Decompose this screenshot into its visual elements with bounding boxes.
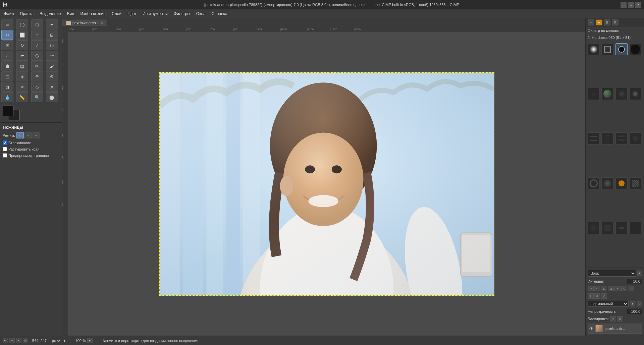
tool-align[interactable]: ⊞ <box>46 30 58 40</box>
menu-image[interactable]: Изображение <box>77 11 108 17</box>
tool-warp[interactable]: 〜 <box>46 51 58 61</box>
brush-9[interactable] <box>588 132 600 145</box>
canvas-area[interactable]: pexels-andrea... ✕ |100 |200 |300 |400 |… <box>62 18 585 336</box>
preview-label[interactable]: Предпросмотр границы <box>8 154 49 158</box>
brush-6[interactable] <box>601 88 613 100</box>
tool-blend[interactable]: ▤ <box>16 61 28 71</box>
tool-measure[interactable]: 📏 <box>16 92 28 102</box>
brush-17[interactable] <box>588 222 600 234</box>
btn-copy[interactable]: ⊞ <box>601 286 607 291</box>
maximize-button[interactable]: □ <box>628 2 634 8</box>
canvas-container[interactable]: |100 |200 |300 |400 |500 |600 |700 |800 … <box>62 26 585 336</box>
menu-help[interactable]: Справка <box>209 11 230 17</box>
btn-undo[interactable]: ↩ <box>588 286 594 291</box>
tool-move[interactable]: ✛ <box>31 30 43 40</box>
tool-flip[interactable]: ⇌ <box>16 51 28 61</box>
layer-mode-extra[interactable]: ▽ <box>637 301 642 306</box>
mode-subtract[interactable]: − <box>33 132 40 138</box>
unit-select[interactable]: px <box>51 338 61 343</box>
menu-file[interactable]: Файл <box>1 11 17 17</box>
lock-draw[interactable]: ⊞ <box>617 316 623 322</box>
brush-1[interactable] <box>588 43 600 55</box>
tool-cage[interactable]: ⬠ <box>31 51 43 61</box>
menu-view[interactable]: Вид <box>64 11 77 17</box>
btn-arrow[interactable]: → <box>628 286 634 291</box>
menu-windows[interactable]: Окна <box>194 11 208 17</box>
brush-11[interactable] <box>615 132 628 145</box>
brush-19[interactable] <box>615 222 628 234</box>
minimize-button[interactable]: – <box>621 2 627 8</box>
close-button[interactable]: ✕ <box>635 2 641 8</box>
brush-5[interactable]: ★ <box>588 88 600 100</box>
tool-bucket[interactable]: ⬟ <box>1 61 13 71</box>
brush-8[interactable] <box>629 88 641 100</box>
canvas-tab-main[interactable]: pexels-andrea... ✕ <box>62 19 107 26</box>
brush-dropdown[interactable]: ▼ <box>637 271 642 276</box>
mode-add[interactable]: + <box>24 132 32 138</box>
tool-fg-select[interactable]: ⬜ <box>16 30 28 40</box>
image-canvas[interactable] <box>159 72 494 296</box>
lock-alpha[interactable]: ✎ <box>610 316 616 322</box>
status-undo[interactable]: ↩ <box>3 338 8 343</box>
status-ok[interactable]: ↺ <box>23 338 28 343</box>
brush-10[interactable]: ············ <box>601 132 613 145</box>
brush-18[interactable] <box>601 222 613 234</box>
tool-perspective[interactable]: ⬦ <box>1 51 13 61</box>
smoothing-label[interactable]: Сглаживание <box>8 141 31 145</box>
tool-sharpen[interactable]: ◇ <box>31 82 43 92</box>
brush-3[interactable] <box>615 43 628 55</box>
tool-paintbrush[interactable]: 🖌 <box>46 61 58 71</box>
tool-ellipse-select[interactable]: ◯ <box>16 19 28 30</box>
tool-free-select[interactable]: ⬡ <box>31 19 43 30</box>
brush-4[interactable] <box>629 43 641 55</box>
menu-color[interactable]: Цвет <box>125 11 139 17</box>
layer-mode-dropdown[interactable]: ▼ <box>630 301 635 306</box>
btn-delete[interactable]: ✕ <box>614 286 621 291</box>
menu-edit[interactable]: Правка <box>17 11 37 17</box>
feather-label[interactable]: Растушевать края <box>8 147 40 151</box>
tool-text[interactable]: A <box>46 82 58 92</box>
tool-crop[interactable]: ⊡ <box>1 40 13 50</box>
preview-checkbox[interactable] <box>3 153 7 158</box>
panel-btn-3[interactable]: ⊞ <box>604 19 610 25</box>
tool-pencil[interactable]: ✏ <box>31 61 43 71</box>
tool-shear[interactable]: ⬡ <box>46 40 58 50</box>
brush-14[interactable] <box>601 177 613 189</box>
zoom-dropdown[interactable]: ▼ <box>87 338 93 343</box>
btn-list[interactable]: ≡ <box>588 293 594 299</box>
btn-refresh[interactable]: ↻ <box>621 286 627 291</box>
tab-close-button[interactable]: ✕ <box>100 21 103 25</box>
foreground-color[interactable] <box>3 106 13 116</box>
layer-row[interactable]: 👁 pexels-andr... <box>588 324 642 334</box>
tool-scale[interactable]: ⤢ <box>31 40 43 50</box>
menu-select[interactable]: Выделение <box>37 11 64 17</box>
layer-mode-select[interactable]: Нормальный <box>588 301 629 307</box>
brush-12[interactable] <box>629 132 641 145</box>
btn-grid[interactable]: ⊞ <box>594 293 600 299</box>
status-redo[interactable]: ↪ <box>9 338 15 343</box>
brush-7[interactable] <box>615 88 628 100</box>
btn-expand[interactable]: ⤢ <box>601 293 607 299</box>
opacity-value[interactable] <box>627 309 642 314</box>
tool-eraser[interactable]: ◻ <box>1 71 13 81</box>
tool-fuzzy-select[interactable]: ✦ <box>46 19 58 30</box>
tool-clone[interactable]: ⊕ <box>31 71 43 81</box>
layer-visibility[interactable]: 👁 <box>589 326 593 331</box>
brush-15[interactable] <box>615 177 628 189</box>
tool-dodge[interactable]: ◑ <box>1 82 13 92</box>
brush-20[interactable] <box>629 222 641 234</box>
brush-2[interactable] <box>601 43 613 55</box>
mode-replace[interactable]: ▭ <box>16 132 24 138</box>
tool-rect-select[interactable]: ▭ <box>1 19 13 30</box>
smoothing-checkbox[interactable] <box>3 140 7 145</box>
panel-btn-4[interactable]: ⚙ <box>612 19 619 25</box>
menu-tools[interactable]: Инструменты <box>140 11 170 17</box>
brush-13[interactable] <box>588 177 600 189</box>
panel-btn-2[interactable]: ■ <box>596 19 602 25</box>
menu-layer[interactable]: Слой <box>109 11 124 17</box>
tool-smudge[interactable]: ≈ <box>16 82 28 92</box>
menu-filters[interactable]: Фильтры <box>171 11 193 17</box>
btn-paste[interactable]: ⊟ <box>608 286 614 291</box>
tool-scissors[interactable]: ✂ <box>1 30 13 40</box>
tool-path[interactable]: ⬤ <box>46 92 58 102</box>
